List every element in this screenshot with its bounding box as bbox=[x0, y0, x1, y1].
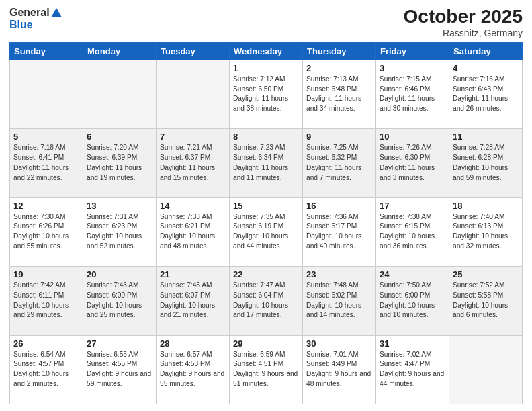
day-number: 31 bbox=[380, 338, 445, 349]
day-info: Sunrise: 7:12 AM Sunset: 6:50 PM Dayligh… bbox=[233, 75, 299, 114]
day-info: Sunrise: 7:38 AM Sunset: 6:15 PM Dayligh… bbox=[380, 212, 445, 252]
day-number: 18 bbox=[453, 201, 519, 211]
day-number: 13 bbox=[87, 201, 152, 211]
day-number: 6 bbox=[87, 132, 152, 142]
calendar-cell-1-5: 10Sunrise: 7:26 AM Sunset: 6:30 PM Dayli… bbox=[376, 129, 449, 197]
header-wednesday: Wednesday bbox=[230, 42, 303, 60]
calendar-cell-4-0: 26Sunrise: 6:54 AM Sunset: 4:57 PM Dayli… bbox=[10, 335, 83, 404]
calendar-cell-0-3: 1Sunrise: 7:12 AM Sunset: 6:50 PM Daylig… bbox=[230, 60, 303, 128]
day-number: 27 bbox=[87, 338, 152, 349]
day-info: Sunrise: 7:31 AM Sunset: 6:23 PM Dayligh… bbox=[87, 212, 152, 252]
calendar-cell-3-4: 23Sunrise: 7:48 AM Sunset: 6:02 PM Dayli… bbox=[303, 267, 376, 335]
logo-icon bbox=[50, 7, 62, 19]
day-info: Sunrise: 7:52 AM Sunset: 5:58 PM Dayligh… bbox=[453, 281, 519, 320]
calendar-cell-4-1: 27Sunrise: 6:55 AM Sunset: 4:55 PM Dayli… bbox=[83, 335, 157, 404]
calendar-week-row-0: 1Sunrise: 7:12 AM Sunset: 6:50 PM Daylig… bbox=[10, 60, 523, 128]
day-number: 29 bbox=[233, 338, 299, 349]
header-friday: Friday bbox=[376, 42, 449, 60]
day-info: Sunrise: 7:01 AM Sunset: 4:49 PM Dayligh… bbox=[306, 350, 372, 390]
day-info: Sunrise: 7:25 AM Sunset: 6:32 PM Dayligh… bbox=[306, 143, 372, 183]
header-monday: Monday bbox=[83, 42, 157, 60]
day-number: 9 bbox=[306, 132, 372, 142]
calendar-cell-2-2: 14Sunrise: 7:33 AM Sunset: 6:21 PM Dayli… bbox=[157, 197, 230, 266]
day-info: Sunrise: 7:13 AM Sunset: 6:48 PM Dayligh… bbox=[306, 75, 372, 114]
day-number: 24 bbox=[380, 269, 445, 279]
day-info: Sunrise: 7:42 AM Sunset: 6:11 PM Dayligh… bbox=[13, 281, 79, 320]
logo: General Blue bbox=[9, 7, 62, 31]
day-number: 21 bbox=[160, 269, 226, 279]
day-number: 3 bbox=[380, 63, 445, 73]
calendar-week-row-2: 12Sunrise: 7:30 AM Sunset: 6:26 PM Dayli… bbox=[10, 197, 523, 266]
day-number: 20 bbox=[87, 269, 152, 279]
day-number: 10 bbox=[380, 132, 445, 142]
calendar-cell-1-6: 11Sunrise: 7:28 AM Sunset: 6:28 PM Dayli… bbox=[449, 129, 523, 197]
header-tuesday: Tuesday bbox=[157, 42, 230, 60]
day-number: 26 bbox=[13, 338, 79, 349]
header-saturday: Saturday bbox=[449, 42, 523, 60]
day-info: Sunrise: 7:20 AM Sunset: 6:39 PM Dayligh… bbox=[87, 143, 152, 183]
day-info: Sunrise: 7:15 AM Sunset: 6:46 PM Dayligh… bbox=[380, 75, 445, 114]
day-info: Sunrise: 7:36 AM Sunset: 6:17 PM Dayligh… bbox=[306, 212, 372, 252]
day-info: Sunrise: 7:43 AM Sunset: 6:09 PM Dayligh… bbox=[87, 281, 152, 320]
day-number: 25 bbox=[453, 269, 519, 279]
day-number: 16 bbox=[306, 201, 372, 211]
day-number: 7 bbox=[160, 132, 226, 142]
day-number: 5 bbox=[13, 132, 79, 142]
calendar-cell-4-5: 31Sunrise: 7:02 AM Sunset: 4:47 PM Dayli… bbox=[376, 335, 449, 404]
calendar-cell-0-4: 2Sunrise: 7:13 AM Sunset: 6:48 PM Daylig… bbox=[303, 60, 376, 128]
day-info: Sunrise: 7:18 AM Sunset: 6:41 PM Dayligh… bbox=[13, 143, 79, 183]
day-info: Sunrise: 7:33 AM Sunset: 6:21 PM Dayligh… bbox=[160, 212, 226, 252]
calendar-cell-2-4: 16Sunrise: 7:36 AM Sunset: 6:17 PM Dayli… bbox=[303, 197, 376, 266]
calendar-cell-0-6: 4Sunrise: 7:16 AM Sunset: 6:43 PM Daylig… bbox=[449, 60, 523, 128]
calendar-cell-3-3: 22Sunrise: 7:47 AM Sunset: 6:04 PM Dayli… bbox=[230, 267, 303, 335]
logo-general-text: General bbox=[9, 7, 50, 19]
calendar-cell-4-3: 29Sunrise: 6:59 AM Sunset: 4:51 PM Dayli… bbox=[230, 335, 303, 404]
header-sunday: Sunday bbox=[10, 42, 83, 60]
day-info: Sunrise: 7:50 AM Sunset: 6:00 PM Dayligh… bbox=[380, 281, 445, 320]
calendar-week-row-1: 5Sunrise: 7:18 AM Sunset: 6:41 PM Daylig… bbox=[10, 129, 523, 197]
calendar-cell-1-2: 7Sunrise: 7:21 AM Sunset: 6:37 PM Daylig… bbox=[157, 129, 230, 197]
day-info: Sunrise: 7:45 AM Sunset: 6:07 PM Dayligh… bbox=[160, 281, 226, 320]
calendar-cell-2-1: 13Sunrise: 7:31 AM Sunset: 6:23 PM Dayli… bbox=[83, 197, 157, 266]
day-info: Sunrise: 7:47 AM Sunset: 6:04 PM Dayligh… bbox=[233, 281, 299, 320]
calendar-cell-0-5: 3Sunrise: 7:15 AM Sunset: 6:46 PM Daylig… bbox=[376, 60, 449, 128]
calendar-cell-0-0 bbox=[10, 60, 83, 128]
location: Rassnitz, Germany bbox=[404, 28, 523, 38]
day-info: Sunrise: 7:21 AM Sunset: 6:37 PM Dayligh… bbox=[160, 143, 226, 183]
day-number: 2 bbox=[306, 63, 372, 73]
day-number: 4 bbox=[453, 63, 519, 73]
calendar-cell-2-0: 12Sunrise: 7:30 AM Sunset: 6:26 PM Dayli… bbox=[10, 197, 83, 266]
header: General Blue October 2025 Rassnitz, Germ… bbox=[9, 7, 523, 38]
month-title: October 2025 bbox=[404, 7, 523, 28]
day-number: 15 bbox=[233, 201, 299, 211]
calendar-cell-3-2: 21Sunrise: 7:45 AM Sunset: 6:07 PM Dayli… bbox=[157, 267, 230, 335]
calendar-cell-1-3: 8Sunrise: 7:23 AM Sunset: 6:34 PM Daylig… bbox=[230, 129, 303, 197]
title-block: October 2025 Rassnitz, Germany bbox=[404, 7, 523, 38]
day-info: Sunrise: 7:35 AM Sunset: 6:19 PM Dayligh… bbox=[233, 212, 299, 252]
calendar-cell-1-4: 9Sunrise: 7:25 AM Sunset: 6:32 PM Daylig… bbox=[303, 129, 376, 197]
calendar-table: Sunday Monday Tuesday Wednesday Thursday… bbox=[9, 42, 523, 404]
calendar-cell-1-0: 5Sunrise: 7:18 AM Sunset: 6:41 PM Daylig… bbox=[10, 129, 83, 197]
calendar-cell-4-6 bbox=[449, 335, 523, 404]
day-number: 11 bbox=[453, 132, 519, 142]
logo-blue-text: Blue bbox=[9, 19, 33, 30]
day-number: 30 bbox=[306, 338, 372, 349]
calendar-cell-2-5: 17Sunrise: 7:38 AM Sunset: 6:15 PM Dayli… bbox=[376, 197, 449, 266]
day-info: Sunrise: 7:16 AM Sunset: 6:43 PM Dayligh… bbox=[453, 75, 519, 114]
day-number: 19 bbox=[13, 269, 79, 279]
calendar-cell-4-2: 28Sunrise: 6:57 AM Sunset: 4:53 PM Dayli… bbox=[157, 335, 230, 404]
calendar-cell-0-2 bbox=[157, 60, 230, 128]
day-info: Sunrise: 6:54 AM Sunset: 4:57 PM Dayligh… bbox=[13, 350, 79, 390]
day-info: Sunrise: 7:30 AM Sunset: 6:26 PM Dayligh… bbox=[13, 212, 79, 252]
svg-marker-0 bbox=[51, 8, 62, 17]
day-number: 22 bbox=[233, 269, 299, 279]
day-info: Sunrise: 7:48 AM Sunset: 6:02 PM Dayligh… bbox=[306, 281, 372, 320]
calendar-cell-1-1: 6Sunrise: 7:20 AM Sunset: 6:39 PM Daylig… bbox=[83, 129, 157, 197]
page: General Blue October 2025 Rassnitz, Germ… bbox=[0, 0, 532, 411]
day-info: Sunrise: 7:26 AM Sunset: 6:30 PM Dayligh… bbox=[380, 143, 445, 183]
day-info: Sunrise: 7:02 AM Sunset: 4:47 PM Dayligh… bbox=[380, 350, 445, 390]
calendar-week-row-3: 19Sunrise: 7:42 AM Sunset: 6:11 PM Dayli… bbox=[10, 267, 523, 335]
day-number: 1 bbox=[233, 63, 299, 73]
day-info: Sunrise: 6:59 AM Sunset: 4:51 PM Dayligh… bbox=[233, 350, 299, 390]
day-info: Sunrise: 7:23 AM Sunset: 6:34 PM Dayligh… bbox=[233, 143, 299, 183]
